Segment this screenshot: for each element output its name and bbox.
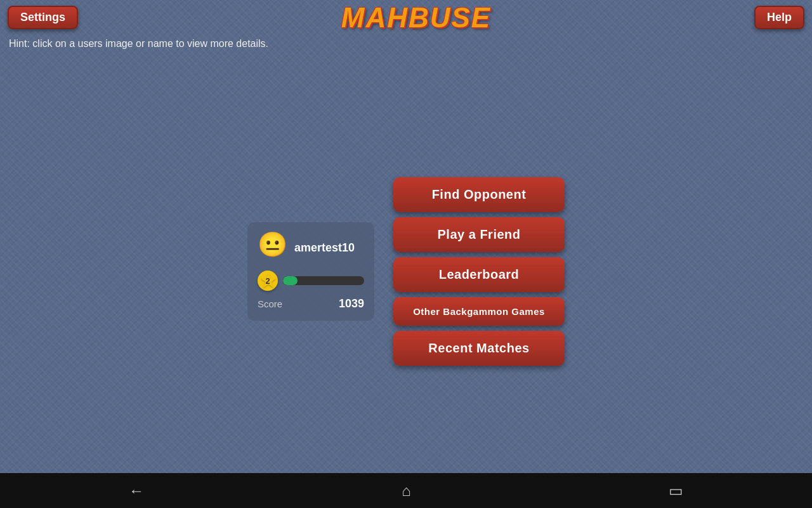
score-row: Score 1039 [258,297,364,311]
level-row: 2 [258,271,364,291]
other-games-button[interactable]: Other Backgammon Games [393,297,565,326]
level-badge: 2 [258,271,278,291]
app-title: MAHBUSE [341,2,491,34]
level-number: 2 [265,276,270,286]
recent-matches-button[interactable]: Recent Matches [393,331,565,366]
leaderboard-button[interactable]: Leaderboard [393,257,565,292]
score-value: 1039 [339,297,364,311]
recents-button[interactable]: ▭ [656,477,696,505]
back-button[interactable]: ← [116,477,157,505]
settings-button[interactable]: Settings [8,6,78,29]
main-content: 😐 amertest10 2 Score 1039 Find Opponent … [0,70,812,473]
find-opponent-button[interactable]: Find Opponent [393,177,565,212]
bottom-navigation-bar: ← ⌂ ▭ [0,473,812,508]
help-button[interactable]: Help [754,6,804,29]
top-bar: Settings MAHBUSE Help [0,0,812,35]
avatar[interactable]: 😐 [258,232,288,263]
buttons-panel: Find Opponent Play a Friend Leaderboard … [393,177,565,366]
score-label: Score [258,298,282,309]
user-card: 😐 amertest10 2 Score 1039 [247,222,374,321]
play-friend-button[interactable]: Play a Friend [393,217,565,252]
home-button[interactable]: ⌂ [389,477,424,505]
hint-text: Hint: click on a users image or name to … [9,38,268,50]
username[interactable]: amertest10 [294,241,355,255]
xp-bar-background [283,276,364,285]
user-card-header: 😐 amertest10 [258,232,364,263]
xp-bar-fill [283,276,298,285]
